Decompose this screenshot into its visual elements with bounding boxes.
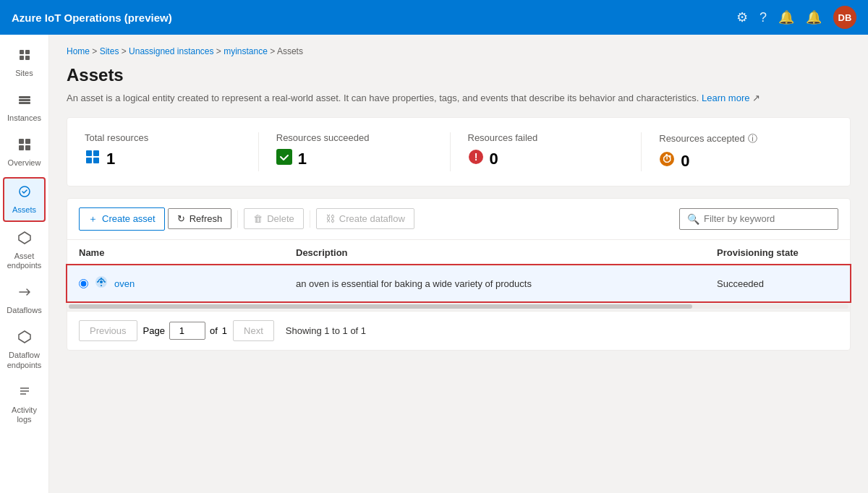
- resources-failed-icon: !: [468, 149, 484, 169]
- dataflows-icon: [17, 285, 32, 303]
- svg-rect-4: [19, 96, 30, 98]
- sites-icon: [17, 48, 32, 66]
- svg-rect-1: [25, 50, 30, 54]
- create-dataflow-button[interactable]: ⛓ Create dataflow: [316, 208, 414, 229]
- create-asset-button[interactable]: ＋ Create asset: [79, 207, 165, 231]
- showing-text: Showing 1 to 1 of 1: [286, 325, 366, 336]
- breadcrumb-home[interactable]: Home: [67, 46, 90, 56]
- sidebar-item-activity-logs-label: Activity logs: [7, 406, 41, 424]
- svg-rect-0: [20, 50, 24, 54]
- sidebar-item-dataflow-endpoints[interactable]: Dataflow endpoints: [3, 324, 46, 375]
- stat-resources-failed: Resources failed ! 0: [451, 132, 642, 171]
- app-title: Azure IoT Operations (preview): [12, 12, 736, 24]
- svg-text:!: !: [474, 151, 477, 163]
- delete-icon: 🗑: [253, 213, 263, 224]
- sidebar-item-asset-endpoints[interactable]: Asset endpoints: [3, 225, 46, 276]
- stat-resources-succeeded: Resources succeeded 1: [259, 132, 451, 171]
- sidebar-item-sites-label: Sites: [15, 69, 33, 78]
- asset-oven-icon: [94, 275, 109, 293]
- plus-icon: ＋: [88, 213, 98, 226]
- user-avatar[interactable]: DB: [833, 6, 856, 29]
- pagination: Previous Page of 1 Next Showing 1 to 1 o…: [67, 311, 850, 350]
- breadcrumb-unassigned-instances[interactable]: Unassigned instances: [129, 46, 213, 56]
- dataflow-endpoints-icon: [17, 330, 32, 348]
- row-radio-oven[interactable]: [79, 279, 88, 288]
- sidebar-item-dataflows-label: Dataflows: [7, 306, 41, 315]
- svg-rect-7: [19, 139, 24, 144]
- feedback-icon[interactable]: 🔔: [778, 9, 794, 25]
- svg-rect-3: [25, 56, 30, 60]
- col-header-description: Description: [284, 240, 705, 266]
- toolbar: ＋ Create asset ↻ Refresh 🗑 Delete ⛓ Crea…: [67, 199, 850, 240]
- asset-oven-name[interactable]: oven: [114, 278, 135, 289]
- svg-rect-18: [93, 150, 99, 156]
- col-header-name: Name: [67, 240, 284, 266]
- sidebar-item-dataflow-endpoints-label: Dataflow endpoints: [7, 351, 42, 369]
- total-pages: 1: [222, 325, 227, 336]
- sidebar-item-overview[interactable]: Overview: [3, 132, 46, 173]
- table-cell-name: oven: [67, 265, 284, 301]
- delete-button[interactable]: 🗑 Delete: [244, 208, 304, 229]
- asset-endpoints-icon: [17, 231, 32, 249]
- svg-text:⏱: ⏱: [662, 153, 672, 165]
- page-number-input[interactable]: [169, 322, 205, 340]
- svg-rect-19: [86, 158, 92, 163]
- search-icon: 🔍: [687, 213, 699, 225]
- svg-rect-17: [86, 150, 92, 156]
- svg-rect-8: [25, 139, 30, 144]
- table-card: ＋ Create asset ↻ Refresh 🗑 Delete ⛓ Crea…: [67, 198, 851, 351]
- settings-icon[interactable]: ⚙: [736, 9, 748, 25]
- svg-rect-21: [276, 149, 292, 165]
- sidebar-item-instances[interactable]: Instances: [3, 87, 46, 129]
- sidebar-item-dataflows[interactable]: Dataflows: [3, 279, 46, 321]
- col-header-provisioning-state: Provisioning state: [705, 240, 850, 266]
- notifications-icon[interactable]: 🔔: [806, 9, 822, 25]
- stat-total-resources: Total resources 1: [85, 132, 259, 171]
- horizontal-scrollbar[interactable]: [67, 302, 850, 311]
- content-area: Home > Sites > Unassigned instances > my…: [49, 35, 868, 493]
- dataflow-icon: ⛓: [326, 213, 335, 224]
- sidebar: Sites Instances Overview Assets: [0, 35, 49, 493]
- breadcrumb: Home > Sites > Unassigned instances > my…: [67, 46, 851, 56]
- learn-more-link[interactable]: Learn more: [702, 93, 749, 103]
- breadcrumb-myinstance[interactable]: myinstance: [224, 46, 268, 56]
- resources-accepted-icon: ⏱: [659, 151, 675, 171]
- sidebar-item-asset-endpoints-label: Asset endpoints: [7, 252, 42, 270]
- assets-table: Name Description Provisioning state: [67, 240, 850, 302]
- filter-input[interactable]: [704, 213, 830, 224]
- toolbar-divider-1: [237, 210, 238, 228]
- table-cell-description: an oven is essential for baking a wide v…: [284, 265, 705, 301]
- main-layout: Sites Instances Overview Assets: [0, 35, 868, 493]
- previous-button[interactable]: Previous: [79, 320, 137, 341]
- svg-rect-6: [19, 102, 30, 104]
- svg-marker-12: [19, 232, 30, 244]
- page-description: An asset is a logical entity created to …: [67, 91, 851, 106]
- filter-search-box[interactable]: 🔍: [679, 208, 838, 230]
- breadcrumb-assets: Assets: [277, 46, 303, 56]
- next-button[interactable]: Next: [233, 320, 274, 341]
- topbar: Azure IoT Operations (preview) ⚙ ? 🔔 🔔 D…: [0, 0, 868, 35]
- assets-icon: [17, 184, 32, 202]
- help-icon[interactable]: ?: [760, 10, 767, 25]
- resources-succeeded-icon: [276, 149, 292, 169]
- table-row[interactable]: oven an oven is essential for baking a w…: [67, 265, 850, 301]
- svg-rect-10: [25, 145, 30, 150]
- stats-card: Total resources 1 Resources succeeded: [67, 117, 851, 187]
- sidebar-item-instances-label: Instances: [7, 113, 41, 123]
- table-cell-provisioning-state: Succeeded: [705, 265, 850, 301]
- sidebar-item-overview-label: Overview: [8, 158, 41, 168]
- sidebar-item-sites[interactable]: Sites: [3, 42, 46, 84]
- overview-icon: [17, 137, 32, 155]
- page-title: Assets: [67, 65, 851, 85]
- svg-rect-20: [93, 158, 99, 163]
- breadcrumb-sites[interactable]: Sites: [100, 46, 119, 56]
- toolbar-divider-2: [310, 210, 310, 228]
- refresh-button[interactable]: ↻ Refresh: [168, 208, 232, 229]
- sidebar-item-assets[interactable]: Assets: [3, 177, 46, 222]
- svg-rect-9: [19, 145, 24, 150]
- sidebar-item-activity-logs[interactable]: Activity logs: [3, 379, 46, 430]
- refresh-icon: ↻: [177, 213, 185, 224]
- activity-logs-icon: [17, 385, 32, 403]
- sidebar-item-assets-label: Assets: [12, 205, 36, 215]
- svg-rect-2: [20, 56, 24, 60]
